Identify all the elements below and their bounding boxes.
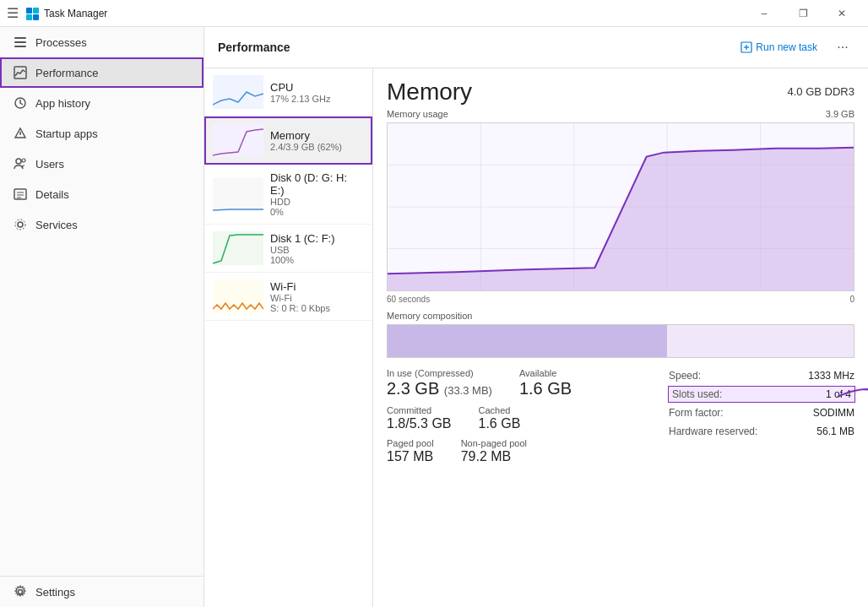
disk1-sub: USB <box>270 245 364 255</box>
restore-button[interactable]: ❐ <box>784 0 822 27</box>
device-item-cpu[interactable]: CPU 17% 2.13 GHz <box>204 68 372 117</box>
svg-point-16 <box>18 222 23 227</box>
committed-stat: Committed 1.8/5.3 GB <box>387 405 452 431</box>
users-icon <box>14 157 27 171</box>
svg-rect-2 <box>26 14 32 20</box>
in-use-value: 2.3 GB (33.3 MB) <box>387 378 492 398</box>
cpu-mini-chart <box>213 75 263 109</box>
hw-reserved-label: Hardware reserved: <box>669 425 757 437</box>
detail-subtitle: Memory usage 3.9 GB <box>387 109 854 119</box>
device-item-wifi[interactable]: Wi-Fi Wi-Fi S: 0 R: 0 Kbps <box>204 273 372 321</box>
svg-rect-4 <box>14 37 26 39</box>
wifi-name: Wi-Fi <box>270 280 364 293</box>
sidebar-item-services[interactable]: Services <box>0 209 203 240</box>
left-stats: In use (Compressed) 2.3 GB (33.3 MB) Ava… <box>387 368 655 464</box>
disk0-mini-chart <box>213 177 263 211</box>
processes-icon <box>14 35 27 49</box>
memory-mini-chart <box>213 123 263 157</box>
app-icon <box>25 7 39 20</box>
main-layout: Processes Performance App history Startu… <box>0 27 868 607</box>
composition-used <box>388 325 667 357</box>
window-controls: – ❐ ✕ <box>745 0 861 27</box>
chart-zero-label: 0 <box>849 295 854 304</box>
svg-rect-0 <box>26 8 32 14</box>
available-value: 1.6 GB <box>519 378 572 398</box>
disk1-info: Disk 1 (C: F:) USB 100% <box>270 232 364 265</box>
services-label: Services <box>35 219 78 231</box>
wifi-mini-chart <box>213 279 263 313</box>
wifi-sub: Wi-Fi <box>270 293 364 303</box>
memory-chart <box>387 122 854 291</box>
form-factor-stat-row: Form factor: SODIMM <box>669 405 854 420</box>
detail-header: Memory 4.0 GB DDR3 <box>387 79 854 106</box>
paged-pool-label: Paged pool <box>387 438 434 448</box>
content-area: Performance Run new task ··· <box>204 27 868 607</box>
app-history-label: App history <box>35 97 90 110</box>
run-new-task-button[interactable]: Run new task <box>734 38 824 57</box>
wifi-info: Wi-Fi Wi-Fi S: 0 R: 0 Kbps <box>270 280 364 313</box>
memory-chart-svg <box>388 123 854 290</box>
form-factor-value: SODIMM <box>813 407 854 419</box>
paged-pool-value: 157 MB <box>387 448 434 464</box>
right-stats: Speed: 1333 MHz Slots used: 1 of 4 Form … <box>669 368 854 439</box>
run-task-icon <box>741 41 752 53</box>
non-paged-pool-stat: Non-paged pool 79.2 MB <box>461 438 527 464</box>
sidebar-item-settings[interactable]: Settings <box>0 576 203 607</box>
chart-labels: 60 seconds 0 <box>387 295 854 304</box>
disk0-info: Disk 0 (D: G: H: E:) HDD 0% <box>270 171 364 217</box>
svg-rect-3 <box>33 14 39 20</box>
disk1-mini-chart <box>213 231 263 265</box>
memory-name: Memory <box>270 129 364 142</box>
svg-rect-22 <box>213 75 263 109</box>
svg-marker-34 <box>388 148 854 290</box>
disk0-sub: HDD <box>270 197 364 207</box>
non-paged-value: 79.2 MB <box>461 448 527 464</box>
sidebar-item-app-history[interactable]: App history <box>0 88 203 118</box>
slots-label: Slots used: <box>672 388 722 400</box>
sidebar-item-details[interactable]: Details <box>0 179 203 209</box>
cpu-info: CPU 17% 2.13 GHz <box>270 81 364 104</box>
sidebar-item-processes[interactable]: Processes <box>0 27 203 57</box>
users-label: Users <box>35 158 64 171</box>
content-header: Performance Run new task ··· <box>204 27 868 68</box>
window-title: Task Manager <box>44 8 745 19</box>
device-item-memory[interactable]: Memory 2.4/3.9 GB (62%) <box>204 117 372 165</box>
content-title: Performance <box>218 41 734 54</box>
performance-icon <box>14 66 27 79</box>
performance-stats: In use (Compressed) 2.3 GB (33.3 MB) Ava… <box>387 368 854 464</box>
speed-label: Speed: <box>669 370 701 382</box>
composition-label: Memory composition <box>387 311 854 321</box>
composition-standby <box>667 325 854 357</box>
hamburger-menu-icon[interactable]: ☰ <box>7 5 19 21</box>
svg-point-11 <box>22 159 25 162</box>
header-actions: Run new task ··· <box>734 35 854 59</box>
form-factor-label: Form factor: <box>669 407 724 419</box>
max-label: 3.9 GB <box>826 109 854 119</box>
device-item-disk1[interactable]: Disk 1 (C: F:) USB 100% <box>204 225 372 273</box>
disk0-name: Disk 0 (D: G: H: E:) <box>270 171 364 197</box>
arrow-annotation <box>838 380 868 405</box>
sidebar: Processes Performance App history Startu… <box>0 27 204 607</box>
sidebar-item-users[interactable]: Users <box>0 149 203 179</box>
memory-info: Memory 2.4/3.9 GB (62%) <box>270 129 364 152</box>
minimize-button[interactable]: – <box>745 0 784 27</box>
device-item-disk0[interactable]: Disk 0 (D: G: H: E:) HDD 0% <box>204 165 372 225</box>
settings-label: Settings <box>35 586 75 599</box>
speed-stat-row: Speed: 1333 MHz <box>669 368 854 383</box>
details-icon <box>14 187 27 201</box>
close-button[interactable]: ✕ <box>822 0 861 27</box>
detail-title: Memory <box>387 79 472 106</box>
stats-row-3: Paged pool 157 MB Non-paged pool 79.2 MB <box>387 438 655 464</box>
stats-row-2: Committed 1.8/5.3 GB Cached 1.6 GB <box>387 405 655 431</box>
startup-label: Startup apps <box>35 127 98 140</box>
sidebar-item-performance[interactable]: Performance <box>0 57 203 88</box>
slots-used-stat-row: Slots used: 1 of 4 <box>669 387 854 402</box>
non-paged-label: Non-paged pool <box>461 438 527 448</box>
more-options-button[interactable]: ··· <box>831 35 854 59</box>
available-stat: Available 1.6 GB <box>519 368 572 398</box>
svg-point-18 <box>19 590 23 594</box>
sidebar-item-startup[interactable]: Startup apps <box>0 118 203 149</box>
wifi-sub2: S: 0 R: 0 Kbps <box>270 303 364 313</box>
svg-rect-25 <box>213 231 263 265</box>
in-use-stat: In use (Compressed) 2.3 GB (33.3 MB) <box>387 368 492 398</box>
